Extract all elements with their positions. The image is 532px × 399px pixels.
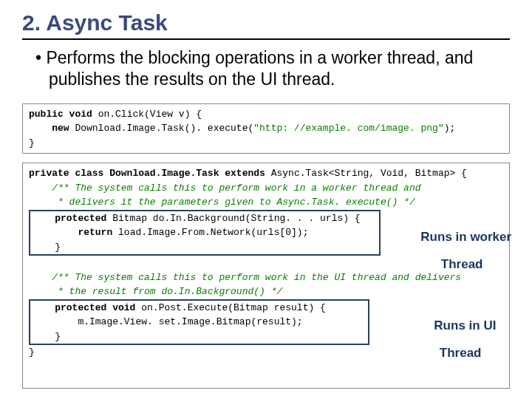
code-text: } <box>29 137 35 149</box>
annotation-text: Thread <box>441 257 483 271</box>
highlight-box-ui: protected void on.Post.Execute(Bitmap re… <box>29 299 369 346</box>
code-text: ); <box>444 123 456 134</box>
slide: 2. Async Task Performs the blocking oper… <box>0 0 532 399</box>
code-block-onclick: public void on.Click(View v) { new Downl… <box>22 103 510 154</box>
slide-bullet: Performs the blocking operations in a wo… <box>35 47 510 90</box>
code-text: on.Post.Execute(Bitmap result) { <box>141 302 326 313</box>
slide-title: 2. Async Task <box>22 10 510 40</box>
code-text: load.Image.From.Network(urls[0]); <box>118 227 308 238</box>
annotation-text: Runs in UI <box>434 318 496 332</box>
code-text: Download.Image.Task <box>109 168 225 179</box>
code-comment: /** The system calls this to perform wor… <box>29 183 421 194</box>
code-text: protected void <box>32 302 141 313</box>
code-text: } <box>32 331 61 342</box>
code-text: extends <box>225 168 270 179</box>
code-block-asynctask: private class Download.Image.Task extend… <box>22 163 510 389</box>
code-text: new <box>29 123 69 134</box>
annotation-text: Runs in worker <box>420 230 511 244</box>
code-text: private class <box>29 168 109 179</box>
annotation-text: Thread <box>440 346 482 360</box>
code-string: "http: //example. com/image. png" <box>253 123 443 134</box>
code-text: protected <box>32 213 112 224</box>
code-text: } <box>29 347 35 358</box>
highlight-box-worker: protected Bitmap do.In.Background(String… <box>29 210 381 256</box>
code-comment: * delivers it the parameters given to As… <box>29 197 415 208</box>
code-text: Async.Task<String, Void, Bitmap> { <box>271 168 467 179</box>
annotation-worker-thread: Runs in worker Thread <box>400 216 503 285</box>
code-text: m.Image.View. set.Image.Bitmap(result); <box>32 316 303 327</box>
code-text: Bitmap do.In.Background(String. . . urls… <box>112 213 360 224</box>
code-comment: /** The system calls this to perform wor… <box>29 272 461 283</box>
annotation-ui-thread: Runs in UI Thread <box>413 305 487 374</box>
code-text: } <box>32 242 61 253</box>
code-text: Download.Image.Task(). execute( <box>69 123 254 134</box>
code-text: on.Click(View v) { <box>92 109 202 120</box>
code-comment: * the result from do.In.Background() */ <box>29 286 282 297</box>
code-text: public void <box>29 109 92 120</box>
code-text: return <box>32 227 118 238</box>
